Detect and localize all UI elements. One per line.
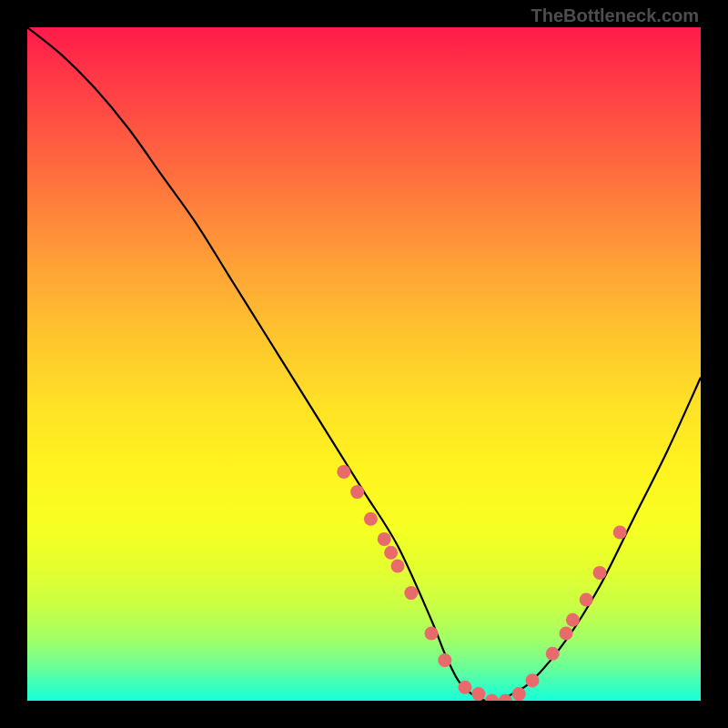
marker-dot	[438, 653, 451, 667]
marker-dot	[404, 586, 418, 600]
marker-dot	[512, 687, 526, 701]
marker-dot	[378, 532, 391, 546]
marker-dot	[384, 546, 398, 560]
marker-dot	[425, 627, 439, 641]
marker-dot	[566, 613, 580, 627]
marker-dot	[485, 694, 499, 702]
marker-dot	[613, 526, 627, 540]
marker-group	[337, 465, 626, 701]
marker-dot	[391, 560, 405, 573]
marker-dot	[350, 485, 364, 499]
marker-dot	[546, 647, 560, 661]
watermark-text: TheBottleneck.com	[531, 5, 699, 26]
marker-dot	[560, 627, 573, 641]
marker-dot	[471, 687, 485, 701]
marker-dot	[580, 593, 593, 607]
marker-dot	[593, 566, 607, 580]
marker-dot	[526, 673, 540, 687]
marker-dot	[459, 681, 472, 694]
marker-dot	[337, 465, 350, 479]
bottleneck-curve	[27, 27, 701, 701]
marker-dot	[364, 512, 378, 526]
